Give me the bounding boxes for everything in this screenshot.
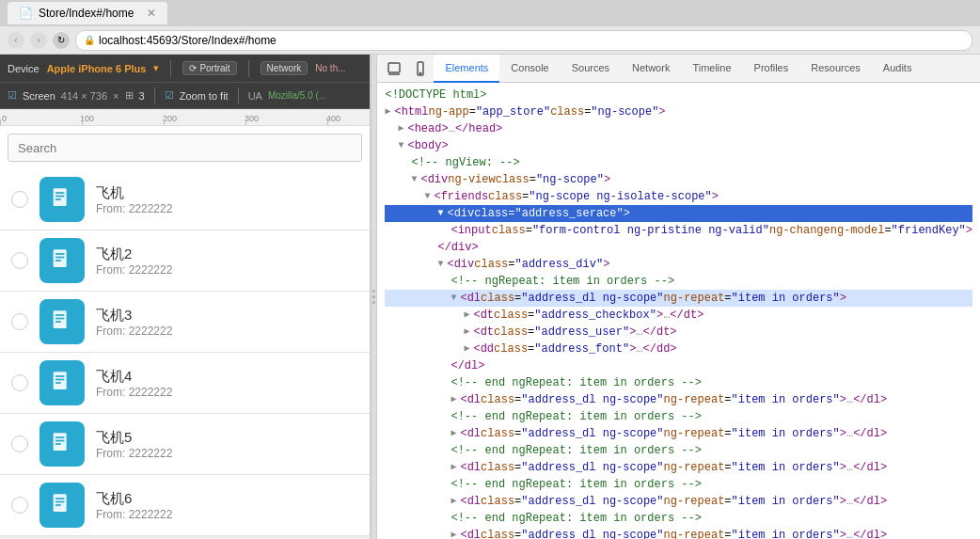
list-item[interactable]: 飞机4 From: 2222222 <box>0 353 370 414</box>
html-line-address-serace[interactable]: ▼ <div class="address_serace" > <box>385 205 972 222</box>
toggle-dl-4[interactable]: ▶ <box>450 460 460 475</box>
toggle-dt-checkbox[interactable]: ▶ <box>464 308 473 323</box>
app-icon-4 <box>40 360 85 405</box>
network-button[interactable]: Network <box>261 61 308 75</box>
reload-button[interactable]: ↻ <box>53 32 70 49</box>
toggle-address-serace[interactable]: ▼ <box>437 206 447 221</box>
devtools-mobile-icon[interactable] <box>407 55 434 82</box>
tag-div-ngview-close: > <box>604 172 610 187</box>
html-line-ngview-comment[interactable]: <!-- ngView: --> <box>385 154 972 171</box>
device-dropdown-icon[interactable]: ▾ <box>153 62 159 74</box>
html-line-end-ngrepeat-5[interactable]: <!-- end ngRepeat: item in orders --> <box>385 510 972 527</box>
html-line-dl-2[interactable]: ▶ <dl class="address_dl ng-scope" ng-rep… <box>385 391 972 408</box>
html-line-doctype[interactable]: <!DOCTYPE html> <box>385 87 972 103</box>
toggle-dl-highlighted[interactable]: ▼ <box>450 291 460 306</box>
toggle-html[interactable]: ▶ <box>385 104 394 119</box>
app-checkbox-1[interactable] <box>11 191 28 208</box>
app-checkbox-3[interactable] <box>11 313 28 330</box>
html-line-input[interactable]: <input class="form-control ng-pristine n… <box>385 222 972 239</box>
html-line-dt-user[interactable]: ▶ <dt class="address_user" > … </dt> <box>385 324 972 341</box>
html-line-html[interactable]: ▶ <html ng-app="app_store" class="ng-sco… <box>385 103 972 120</box>
browser-tab[interactable]: 📄 Store/Index#/home ✕ <box>8 2 167 24</box>
tag-dl: <dl <box>460 291 481 306</box>
html-line-dl-5[interactable]: ▶ <dl class="address_dl ng-scope" ng-rep… <box>385 493 972 510</box>
tab-close-icon[interactable]: ✕ <box>147 7 156 20</box>
toggle-head[interactable]: ▶ <box>398 121 407 136</box>
svg-rect-24 <box>388 63 400 72</box>
tab-profiles[interactable]: Profiles <box>743 55 800 83</box>
svg-rect-4 <box>54 249 67 267</box>
tab-network[interactable]: Network <box>621 55 681 83</box>
html-line-dl-4[interactable]: ▶ <dl class="address_dl ng-scope" ng-rep… <box>385 459 972 476</box>
html-line-head[interactable]: ▶ <head> … </head> <box>385 120 972 137</box>
list-item[interactable]: 飞机5 From: 2222222 <box>0 414 370 475</box>
html-line-dd-font[interactable]: ▶ <dd class="address_font" > … </dd> <box>385 341 972 357</box>
devtools-inspect-icon[interactable] <box>381 55 407 82</box>
list-item[interactable]: 飞机3 From: 2222222 <box>0 292 370 353</box>
toggle-friends[interactable]: ▼ <box>424 189 434 204</box>
tag-dt-checkbox: <dt <box>473 308 494 323</box>
toggle-dl-5[interactable]: ▶ <box>450 494 460 509</box>
ellipsis-dt-cb: … <box>663 308 670 323</box>
html-line-dl-3[interactable]: ▶ <dl class="address_dl ng-scope" ng-rep… <box>385 425 972 442</box>
html-line-end-ngrepeat-2[interactable]: <!-- end ngRepeat: item in orders --> <box>385 408 972 425</box>
back-button[interactable]: ‹ <box>8 32 24 49</box>
tag-dl-5-end: </dl> <box>853 494 887 509</box>
attr-class-html-val: "ng-scope" <box>591 104 658 119</box>
ruler-mark-300: 300 <box>245 114 259 123</box>
app-checkbox-2[interactable] <box>11 252 28 269</box>
tab-timeline[interactable]: Timeline <box>681 55 742 83</box>
tab-sources[interactable]: Sources <box>561 55 621 83</box>
tab-console[interactable]: Console <box>499 55 560 83</box>
url-bar[interactable]: 🔒 localhost:45693/Store/Index#/home <box>75 30 972 51</box>
toggle-div-ngview[interactable]: ▼ <box>411 172 420 187</box>
nav-bar: ‹ › ↻ 🔒 localhost:45693/Store/Index#/hom… <box>0 26 980 55</box>
app-from-3: From: 2222222 <box>96 325 358 338</box>
html-line-dt-checkbox[interactable]: ▶ <dt class="address_checkbox" > … </dt> <box>385 307 972 324</box>
attr-class-ngview: class <box>496 172 530 187</box>
tab-resources[interactable]: Resources <box>799 55 872 83</box>
attr-ngrepeat-val: "item in orders" <box>732 291 840 306</box>
app-checkbox-5[interactable] <box>11 436 28 452</box>
list-item[interactable]: 飞机2 From: 2222222 <box>0 230 370 292</box>
html-line-end-ngrepeat-1[interactable]: <!-- end ngRepeat: item in orders --> <box>385 374 972 391</box>
toggle-dt-user[interactable]: ▶ <box>464 325 473 340</box>
zoom-checkbox[interactable]: ☑ <box>165 89 174 102</box>
attr-class-input: class <box>492 223 526 238</box>
toggle-dl-2[interactable]: ▶ <box>450 392 460 407</box>
portrait-button[interactable]: ⟳ Portrait <box>182 61 236 75</box>
html-line-dl-close[interactable]: </dl> <box>385 357 972 374</box>
search-input[interactable] <box>8 134 362 162</box>
html-line-address-div[interactable]: ▼ <div class="address_div" > <box>385 256 972 273</box>
html-line-dl-6[interactable]: ▶ <dl class="address_dl ng-scope" ng-rep… <box>385 527 972 539</box>
html-line-dl-highlighted[interactable]: ▼ <dl class="address_dl ng-scope" ng-rep… <box>385 290 972 307</box>
tab-favicon: 📄 <box>19 7 33 20</box>
toggle-dd-font[interactable]: ▶ <box>464 341 473 357</box>
tab-audits[interactable]: Audits <box>872 55 924 83</box>
panel-resize-handle[interactable] <box>371 55 377 539</box>
app-list: 飞机 From: 2222222 飞机2 From: 2222222 <box>0 169 370 539</box>
app-checkbox-6[interactable] <box>11 497 28 514</box>
html-line-friends[interactable]: ▼ <friends class="ng-scope ng-isolate-sc… <box>385 188 972 205</box>
app-checkbox-4[interactable] <box>11 374 28 391</box>
toggle-dl-3[interactable]: ▶ <box>450 426 460 441</box>
list-item[interactable]: 飞机 From: 2222222 <box>0 169 370 230</box>
html-line-ngrepeat-comment[interactable]: <!-- ngRepeat: item in orders --> <box>385 273 972 290</box>
eq: = <box>884 223 891 238</box>
forward-button[interactable]: › <box>30 32 47 49</box>
html-line-end-ngrepeat-4[interactable]: <!-- end ngRepeat: item in orders --> <box>385 476 972 493</box>
tag-dl-3: <dl <box>460 426 481 441</box>
toggle-dl-6[interactable]: ▶ <box>450 528 460 539</box>
screen-checkbox[interactable]: ☑ <box>8 89 17 102</box>
tab-elements[interactable]: Elements <box>434 55 499 83</box>
html-line-div-close-serace[interactable]: </div> <box>385 239 972 256</box>
html-line-end-ngrepeat-3[interactable]: <!-- end ngRepeat: item in orders --> <box>385 442 972 459</box>
list-item[interactable]: 飞机6 From: 2222222 <box>0 475 370 536</box>
tag-close-bracket: > <box>624 206 630 221</box>
attr-class-dl-4-val: "address_dl ng-scope" <box>521 460 663 475</box>
html-line-div-ngview[interactable]: ▼ <div ng-view class="ng-scope" > <box>385 171 972 188</box>
toggle-body[interactable]: ▼ <box>398 138 407 153</box>
toggle-address-div[interactable]: ▼ <box>437 257 447 272</box>
separator-2 <box>248 60 249 77</box>
html-line-body[interactable]: ▼ <body> <box>385 137 972 154</box>
